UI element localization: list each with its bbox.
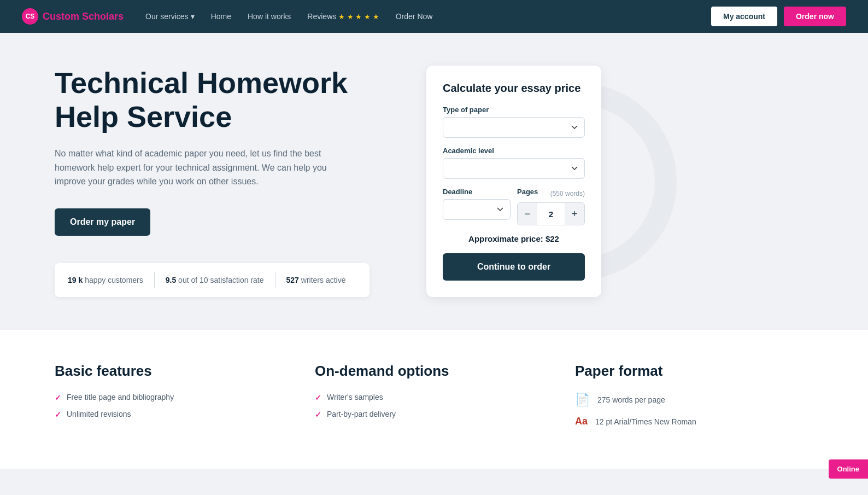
deadline-select[interactable]: 3 hours 6 hours 12 hours 24 hours 48 hou… — [443, 199, 511, 220]
ondemand-features-col: On-demand options ✓ Writer's samples ✓ P… — [315, 363, 553, 436]
pages-group: Pages (550 words) − 2 + — [517, 188, 585, 225]
logo[interactable]: CS Custom Scholars — [22, 8, 124, 25]
stat-satisfaction: 9.5 out of 10 satisfaction rate — [155, 276, 275, 284]
basic-features-col: Basic features ✓ Free title page and bib… — [55, 363, 293, 436]
basic-feature-2: ✓ Unlimited revisions — [55, 410, 293, 419]
checkmark-icon: ✓ — [315, 410, 321, 419]
chevron-down-icon: ▾ — [191, 12, 195, 21]
logo-text: Custom Scholars — [43, 11, 124, 22]
deadline-group: Deadline 3 hours 6 hours 12 hours 24 hou… — [443, 188, 511, 225]
stat-customers: 19 k happy customers — [68, 276, 154, 284]
nav-links: Our services ▾ Home How it works Reviews… — [145, 12, 711, 21]
stat-writers: 527 writers active — [275, 276, 357, 284]
review-stars: ★ ★ ★ ★ ★ — [338, 13, 379, 21]
order-my-paper-button[interactable]: Order my paper — [55, 208, 150, 236]
my-account-button[interactable]: My account — [711, 7, 777, 26]
format-item-1: 📄 275 words per page — [575, 393, 813, 407]
ondemand-feature-1: ✓ Writer's samples — [315, 393, 553, 402]
pages-control: − 2 + — [517, 202, 585, 225]
checkmark-icon: ✓ — [55, 410, 61, 419]
pages-increment-button[interactable]: + — [565, 203, 584, 225]
features-section: Basic features ✓ Free title page and bib… — [0, 330, 868, 469]
nav-how-it-works[interactable]: How it works — [248, 12, 291, 21]
type-of-paper-label: Type of paper — [443, 106, 585, 114]
order-now-button[interactable]: Order now — [784, 7, 846, 26]
pages-decrement-button[interactable]: − — [518, 203, 537, 225]
price-calculator: Calculate your essay price Type of paper… — [426, 66, 601, 297]
basic-feature-1: ✓ Free title page and bibliography — [55, 393, 293, 402]
pages-value: 2 — [537, 209, 565, 219]
hero-title: Technical Homework Help Service — [55, 66, 394, 133]
academic-level-label: Academic level — [443, 147, 585, 155]
nav-reviews[interactable]: Reviews ★ ★ ★ ★ ★ — [307, 12, 379, 21]
deadline-pages-row: Deadline 3 hours 6 hours 12 hours 24 hou… — [443, 188, 585, 225]
type-of-paper-select[interactable]: Essay Research Paper Term Paper Thesis D… — [443, 117, 585, 138]
nav-our-services[interactable]: Our services ▾ — [145, 12, 195, 21]
paper-format-title: Paper format — [575, 363, 813, 380]
academic-level-select[interactable]: High School College University Master's … — [443, 158, 585, 179]
logo-icon: CS — [22, 8, 38, 25]
pages-words: (550 words) — [550, 190, 585, 197]
online-badge: Online — [829, 459, 868, 469]
approx-price: Approximate price: $22 — [443, 234, 585, 243]
basic-features-title: Basic features — [55, 363, 293, 380]
deadline-label: Deadline — [443, 188, 511, 196]
hero-content: Technical Homework Help Service No matte… — [55, 66, 394, 297]
ondemand-feature-2: ✓ Part-by-part delivery — [315, 410, 553, 419]
nav-order-now[interactable]: Order Now — [396, 12, 433, 21]
nav-actions: My account Order now — [711, 7, 846, 26]
font-icon: Aa — [575, 416, 588, 427]
checkmark-icon: ✓ — [55, 393, 61, 402]
calc-title: Calculate your essay price — [443, 82, 585, 95]
paper-icon: 📄 — [575, 393, 590, 407]
checkmark-icon: ✓ — [315, 393, 321, 402]
stats-bar: 19 k happy customers 9.5 out of 10 satis… — [55, 263, 370, 297]
navigation: CS Custom Scholars Our services ▾ Home H… — [0, 0, 868, 33]
pages-label: Pages — [517, 188, 538, 196]
nav-home[interactable]: Home — [211, 12, 231, 21]
format-item-2: Aa 12 pt Arial/Times New Roman — [575, 416, 813, 427]
paper-format-col: Paper format 📄 275 words per page Aa 12 … — [575, 363, 813, 436]
pages-label-row: Pages (550 words) — [517, 188, 585, 199]
hero-section: Technical Homework Help Service No matte… — [0, 33, 868, 330]
ondemand-features-title: On-demand options — [315, 363, 553, 380]
continue-to-order-button[interactable]: Continue to order — [443, 253, 585, 281]
hero-subtitle: No matter what kind of academic paper yo… — [55, 147, 328, 189]
